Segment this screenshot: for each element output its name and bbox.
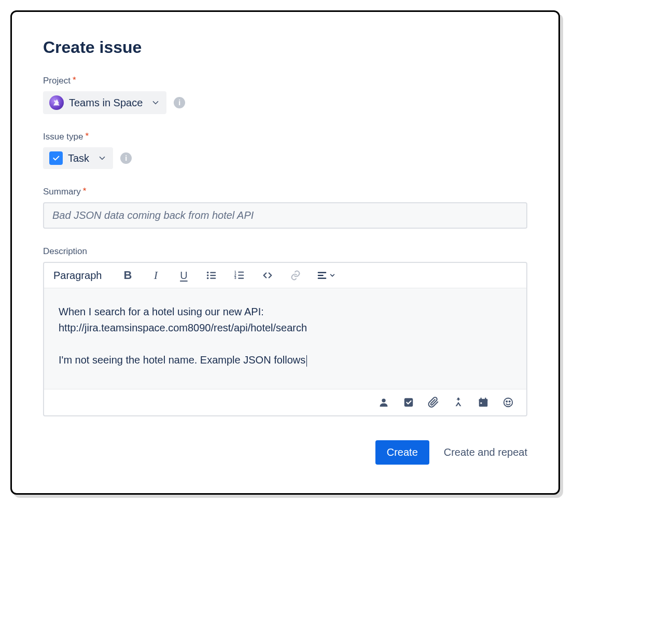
issue-type-field: Issue type * Task i: [43, 132, 527, 169]
chevron-down-icon: [329, 272, 336, 279]
create-and-repeat-button[interactable]: Create and repeat: [444, 446, 527, 458]
code-button[interactable]: [260, 268, 275, 283]
align-button[interactable]: [316, 270, 336, 281]
info-icon[interactable]: i: [120, 152, 132, 164]
svg-rect-6: [211, 278, 216, 279]
emoji-button[interactable]: [502, 397, 514, 408]
editor-insert-toolbar: [44, 389, 526, 415]
modal-footer: Create Create and repeat: [43, 440, 527, 465]
description-label: Description: [43, 246, 527, 257]
issue-type-label: Issue type *: [43, 132, 527, 142]
svg-rect-8: [239, 272, 244, 273]
summary-label-text: Summary: [43, 187, 81, 197]
bullet-list-button[interactable]: [204, 268, 219, 283]
svg-rect-10: [239, 275, 244, 276]
text-cursor: [306, 355, 307, 367]
required-asterisk: *: [83, 187, 87, 195]
link-button[interactable]: [288, 268, 303, 283]
mention-button[interactable]: [378, 397, 389, 408]
svg-rect-13: [318, 272, 327, 273]
svg-rect-15: [318, 278, 327, 279]
summary-field: Summary *: [43, 187, 527, 229]
chevron-down-icon: [97, 153, 107, 163]
svg-point-27: [509, 401, 510, 402]
attachment-button[interactable]: [428, 397, 439, 408]
text-style-select[interactable]: Paragraph: [53, 270, 107, 282]
svg-rect-14: [318, 275, 324, 276]
project-label-text: Project: [43, 76, 71, 86]
svg-text:3: 3: [234, 276, 236, 279]
svg-rect-4: [211, 275, 216, 276]
project-select-value: Teams in Space: [69, 97, 143, 109]
decision-button[interactable]: [453, 397, 464, 408]
description-content: When I search for a hotel using our new …: [59, 306, 307, 366]
required-asterisk: *: [86, 132, 89, 141]
bold-button[interactable]: B: [120, 268, 135, 283]
project-avatar-icon: [49, 95, 64, 110]
underline-button[interactable]: U: [176, 268, 191, 283]
issue-type-label-text: Issue type: [43, 132, 83, 142]
svg-rect-17: [404, 398, 413, 407]
summary-input[interactable]: [43, 202, 527, 229]
svg-point-26: [506, 401, 507, 402]
svg-point-25: [504, 398, 513, 407]
info-icon[interactable]: i: [174, 97, 185, 108]
required-asterisk: *: [73, 76, 76, 85]
svg-rect-21: [479, 399, 488, 401]
svg-point-3: [207, 274, 209, 276]
svg-rect-2: [211, 272, 216, 273]
svg-point-5: [207, 277, 209, 279]
summary-label: Summary *: [43, 187, 527, 197]
task-icon: [49, 151, 63, 165]
numbered-list-button[interactable]: 123: [232, 268, 247, 283]
svg-point-0: [54, 101, 56, 102]
svg-rect-23: [485, 398, 486, 400]
issue-type-select-value: Task: [68, 152, 89, 164]
modal-title: Create issue: [43, 38, 527, 57]
project-select[interactable]: Teams in Space: [43, 91, 166, 114]
svg-marker-19: [456, 398, 460, 400]
description-editor: Paragraph B I U 123: [43, 262, 527, 416]
description-field: Description Paragraph B I U 123: [43, 246, 527, 416]
description-label-text: Description: [43, 246, 87, 257]
svg-rect-12: [239, 278, 244, 279]
create-issue-modal: Create issue Project * Teams in Space i …: [10, 10, 560, 495]
project-field: Project * Teams in Space i: [43, 76, 527, 114]
editor-toolbar: Paragraph B I U 123: [44, 263, 526, 288]
description-textarea[interactable]: When I search for a hotel using our new …: [44, 288, 526, 389]
svg-rect-24: [481, 402, 482, 404]
create-button[interactable]: Create: [375, 440, 429, 465]
chevron-down-icon: [151, 98, 160, 107]
italic-button[interactable]: I: [148, 268, 163, 283]
action-item-button[interactable]: [403, 397, 414, 408]
issue-type-select[interactable]: Task: [43, 147, 113, 169]
svg-point-1: [207, 272, 209, 274]
date-button[interactable]: [478, 397, 489, 408]
project-label: Project *: [43, 76, 527, 86]
svg-rect-22: [481, 398, 482, 400]
svg-point-16: [382, 399, 385, 402]
